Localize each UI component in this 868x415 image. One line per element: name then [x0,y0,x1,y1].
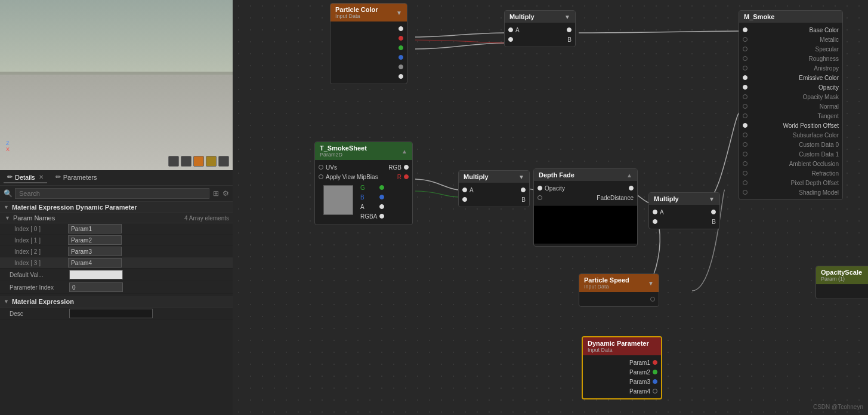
t-smokesheet-collapse[interactable]: ▲ [401,148,407,155]
dynamic-parameter-node[interactable]: Dynamic Parameter Input Data Param1 Para… [582,336,662,399]
pin-row [330,33,407,43]
pin-row-out [816,287,868,296]
multiply2-node[interactable]: Multiply ▼ A B [458,170,530,207]
output-param1 [653,360,657,365]
material-expression-sub[interactable]: ▼ Material Expression [0,296,233,308]
output-param3 [653,379,657,384]
input-specular [743,47,747,51]
pin-tangent: Tangent [739,111,842,121]
pin-row [330,62,407,72]
pin-param1: Param1 [583,358,661,367]
tab-close-icon[interactable]: ✕ [39,174,44,180]
pin-custom0: Custom Data 0 [739,140,842,149]
pin-row [330,43,407,53]
pin-param4: Param4 [583,386,661,396]
pin-row-b: B [505,35,575,44]
multiply2-body: A B [459,183,529,207]
output-pin-red [399,36,403,41]
output-param4 [653,389,657,394]
pin-pixel-depth: Pixel Depth Offset [739,178,842,187]
pin-metalic: Metalic [739,35,842,44]
viewport-axis: Z X [6,140,10,152]
pin-opacity: Opacity [739,82,842,92]
multiply2-dropdown[interactable]: ▼ [518,174,524,180]
viewport-ctrl-3[interactable] [193,156,204,167]
node-graph[interactable]: Particle Color Input Data ▼ [233,0,868,415]
input-mipbias [319,174,323,179]
pin-subsurface: Subsurface Color [739,130,842,140]
pin-row-b: B [459,195,529,204]
viewport-ctrl-4[interactable] [206,156,217,167]
opacity-scale-node[interactable]: OpacityScale Param (1) ▼ [816,266,868,299]
pin-normal: Normal [739,102,842,111]
input-pin-b [508,37,513,42]
output-pin-white [399,26,403,31]
gear-icon[interactable]: ⚙ [223,189,229,198]
input-anistropy [743,66,747,70]
input-pin-b [462,197,467,202]
input-metalic [743,37,747,42]
input-roughness [743,56,747,61]
index-row-1: Index [ 1 ] [0,235,233,246]
param-input-3[interactable] [68,258,122,268]
input-pixel-depth [743,180,747,185]
opacity-scale-header: OpacityScale Param (1) ▼ [816,266,868,284]
output-rgb [404,165,409,170]
input-ambient [743,161,747,166]
parameter-index-input[interactable] [69,282,123,292]
multiply1-node[interactable]: Multiply ▼ A B [504,10,576,47]
properties-panel: ▼ Material Expression Dynamic Parameter … [0,202,233,415]
tab-details[interactable]: ✏ Details ✕ [4,172,47,183]
multiply3-node[interactable]: Multiply ▼ A B [648,192,720,229]
output-g [379,185,384,190]
multiply3-body: A B [649,205,719,229]
tab-parameters[interactable]: ✏ Parameters [52,172,101,183]
dynamic-param-body: Param1 Param2 Param3 Param4 [583,355,661,398]
output-pin-white2 [399,74,403,79]
output-b [379,195,384,199]
pin-row-a: A [459,185,529,195]
param-input-2[interactable] [68,247,122,256]
output-pin [711,210,716,214]
pin-row-out [579,294,659,304]
input-opacity-mask [743,94,747,99]
viewport-ctrl-1[interactable] [168,156,179,167]
param-names-subsection[interactable]: ▼ Param Names 4 Array elements [0,213,233,223]
search-input[interactable] [15,188,209,199]
grid-icon[interactable]: ⊞ [213,189,219,198]
input-opacity [538,186,542,190]
default-value-input[interactable] [69,270,123,279]
t-smokesheet-node[interactable]: T_SmokeSheet Param2D ▲ UVs RGB Apply Vie… [314,142,413,225]
input-subsurface [743,133,747,137]
watermark: CSDN @Tcohneyn [813,404,863,410]
multiply1-dropdown[interactable]: ▼ [564,14,570,20]
particle-speed-node[interactable]: Particle Speed Input Data ▼ [579,273,659,307]
pin-emissive: Emissive Color [739,73,842,82]
output-param2 [653,370,657,374]
pin-anistropy: Anistropy [739,63,842,73]
pin-custom1: Custom Data 1 [739,149,842,159]
pin-row [330,53,407,62]
param-input-0[interactable] [68,224,122,233]
param-input-1[interactable] [68,235,122,245]
particle-speed-dropdown[interactable]: ▼ [648,280,654,287]
viewport-controls [168,156,229,167]
viewport-ctrl-5[interactable] [218,156,229,167]
particle-color-node[interactable]: Particle Color Input Data ▼ [330,3,407,84]
pin-param2: Param2 [583,367,661,377]
multiply3-dropdown[interactable]: ▼ [709,196,715,202]
pin-row [330,24,407,33]
multiply1-header: Multiply ▼ [505,11,575,23]
m-smoke-body: Base Color Metalic Specular Roughness An… [739,23,842,199]
m-smoke-node[interactable]: M_Smoke Base Color Metalic Specular Roug… [739,10,843,200]
desc-input[interactable] [69,309,153,318]
particle-color-dropdown[interactable]: ▼ [396,10,402,16]
depth-fade-collapse[interactable]: ▲ [626,172,632,179]
viewport-ctrl-2[interactable] [181,156,191,167]
viewport-sky [0,0,233,72]
particle-color-subtitle: Input Data [335,13,378,19]
material-expression-section[interactable]: ▼ Material Expression Dynamic Parameter [0,202,233,213]
default-value-row: Default Val... [0,269,233,281]
depth-fade-node[interactable]: Depth Fade ▲ Opacity FadeDistance [533,168,638,247]
output-pin [521,187,526,192]
